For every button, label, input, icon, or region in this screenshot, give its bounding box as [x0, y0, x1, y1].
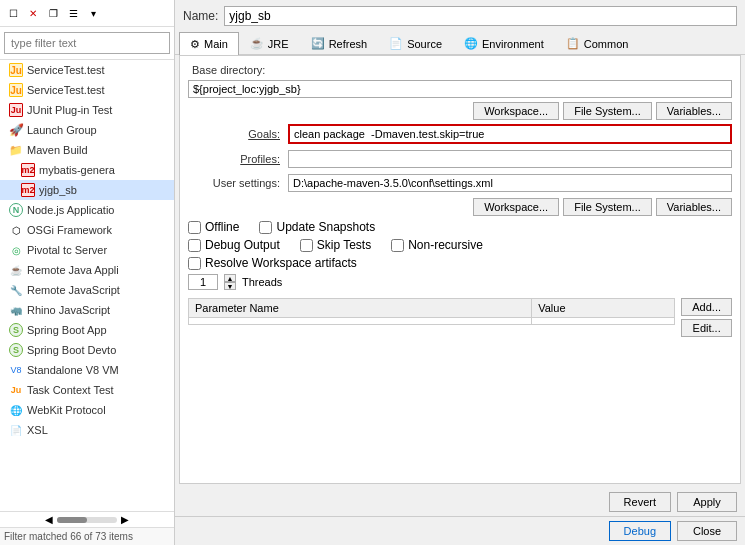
tree-item-yjgb[interactable]: m2 yjgb_sb — [0, 180, 174, 200]
resolve-workspace-checkbox[interactable] — [188, 257, 201, 270]
tree-label: Rhino JavaScript — [27, 304, 110, 316]
tree-item-webkit[interactable]: 🌐 WebKit Protocol — [0, 400, 174, 420]
goals-input[interactable] — [288, 124, 732, 144]
common-tab-label: Common — [584, 38, 629, 50]
tree-item-standalone[interactable]: V8 Standalone V8 VM — [0, 360, 174, 380]
workspace-btn-2[interactable]: Workspace... — [473, 198, 559, 216]
base-dir-section: Base directory: — [188, 64, 732, 98]
tree-item-springboot[interactable]: S Spring Boot App — [0, 320, 174, 340]
tab-source[interactable]: 📄 Source — [378, 32, 453, 54]
base-dir-input[interactable] — [188, 80, 732, 98]
ju-icon: Ju — [8, 62, 24, 78]
param-value-header: Value — [532, 299, 675, 318]
tab-refresh[interactable]: 🔄 Refresh — [300, 32, 379, 54]
tree-label: ServiceTest.test — [27, 84, 105, 96]
m2-icon: m2 — [20, 162, 36, 178]
variables-btn-1[interactable]: Variables... — [656, 102, 732, 120]
delete-btn[interactable]: ✕ — [24, 4, 42, 22]
jre-tab-icon: ☕ — [250, 37, 264, 50]
debug-output-label: Debug Output — [205, 238, 280, 252]
offline-check-group: Offline — [188, 220, 239, 234]
offline-checkbox[interactable] — [188, 221, 201, 234]
node-icon: N — [8, 202, 24, 218]
tree-item-service2[interactable]: Ju ServiceTest.test — [0, 80, 174, 100]
tree-item-osgi[interactable]: ⬡ OSGi Framework — [0, 220, 174, 240]
param-table-row — [189, 318, 675, 325]
tree-item-launchgroup[interactable]: 🚀 Launch Group — [0, 120, 174, 140]
tree-item-service1[interactable]: Ju ServiceTest.test — [0, 60, 174, 80]
tree-item-remotejava[interactable]: ☕ Remote Java Appli — [0, 260, 174, 280]
left-nav: ◀ ▶ — [0, 511, 174, 527]
new-btn[interactable]: ☐ — [4, 4, 22, 22]
threads-up-btn[interactable]: ▲ — [224, 274, 236, 282]
tab-main[interactable]: ⚙ Main — [179, 32, 239, 55]
status-text: Filter matched 66 of 73 items — [4, 531, 133, 542]
tree-item-mybatis[interactable]: m2 mybatis-genera — [0, 160, 174, 180]
close-btn[interactable]: Close — [677, 521, 737, 541]
duplicate-btn[interactable]: ❐ — [44, 4, 62, 22]
tree-label: XSL — [27, 424, 48, 436]
skip-tests-checkbox[interactable] — [300, 239, 313, 252]
tree-item-taskcontext[interactable]: Ju Task Context Test — [0, 380, 174, 400]
goals-label: Goals: — [188, 128, 288, 140]
filter-input[interactable] — [4, 32, 170, 54]
tree-item-junit[interactable]: Ju JUnit Plug-in Test — [0, 100, 174, 120]
tab-environment[interactable]: 🌐 Environment — [453, 32, 555, 54]
param-name-header: Parameter Name — [189, 299, 532, 318]
revert-apply-bar: Revert Apply — [175, 488, 745, 516]
debug-output-checkbox[interactable] — [188, 239, 201, 252]
source-tab-icon: 📄 — [389, 37, 403, 50]
param-name-cell — [189, 318, 532, 325]
right-panel: Name: ⚙ Main ☕ JRE 🔄 Refresh 📄 Source — [175, 0, 745, 545]
tree-label: Spring Boot App — [27, 324, 107, 336]
tree-container: Ju ServiceTest.test Ju ServiceTest.test … — [0, 60, 174, 511]
tree-label: Remote JavaScript — [27, 284, 120, 296]
user-settings-row: User settings: — [188, 174, 732, 192]
tree-item-pivotal[interactable]: ◎ Pivotal tc Server — [0, 240, 174, 260]
more-btn[interactable]: ▾ — [84, 4, 102, 22]
tree-label: yjgb_sb — [39, 184, 77, 196]
tab-common[interactable]: 📋 Common — [555, 32, 640, 54]
debug-btn[interactable]: Debug — [609, 521, 671, 541]
main-tab-icon: ⚙ — [190, 38, 200, 51]
variables-btn-2[interactable]: Variables... — [656, 198, 732, 216]
tree-label: Standalone V8 VM — [27, 364, 119, 376]
filter-btn[interactable]: ☰ — [64, 4, 82, 22]
debug-output-check-group: Debug Output — [188, 238, 280, 252]
tree-item-nodejs[interactable]: N Node.js Applicatio — [0, 200, 174, 220]
left-toolbar: ☐ ✕ ❐ ☰ ▾ — [0, 0, 174, 27]
add-btn[interactable]: Add... — [681, 298, 732, 316]
apply-btn[interactable]: Apply — [677, 492, 737, 512]
tree-item-springdevto[interactable]: S Spring Boot Devto — [0, 340, 174, 360]
threads-input[interactable] — [188, 274, 218, 290]
debug-close-bar: Debug Close — [175, 516, 745, 545]
profiles-row: Profiles: — [188, 150, 732, 168]
revert-btn[interactable]: Revert — [609, 492, 671, 512]
tree-item-rhino[interactable]: 🦏 Rhino JavaScript — [0, 300, 174, 320]
tree-item-xsl[interactable]: 📄 XSL — [0, 420, 174, 440]
filesystem-btn-2[interactable]: File System... — [563, 198, 652, 216]
tree-item-remotejs[interactable]: 🔧 Remote JavaScript — [0, 280, 174, 300]
filesystem-btn-1[interactable]: File System... — [563, 102, 652, 120]
tree-label: WebKit Protocol — [27, 404, 106, 416]
edit-btn[interactable]: Edit... — [681, 319, 732, 337]
workspace-btn-1[interactable]: Workspace... — [473, 102, 559, 120]
checkboxes-row2: Debug Output Skip Tests Non-recursive — [188, 238, 732, 252]
non-recursive-checkbox[interactable] — [391, 239, 404, 252]
profiles-input[interactable] — [288, 150, 732, 168]
prev-btn[interactable]: ◀ — [45, 514, 53, 525]
non-recursive-check-group: Non-recursive — [391, 238, 483, 252]
name-input[interactable] — [224, 6, 737, 26]
webkit-icon: 🌐 — [8, 402, 24, 418]
js-icon: 🔧 — [8, 282, 24, 298]
profiles-label: Profiles: — [188, 153, 288, 165]
table-actions: Add... Edit... — [681, 298, 732, 337]
user-settings-input[interactable] — [288, 174, 732, 192]
threads-down-btn[interactable]: ▼ — [224, 282, 236, 290]
update-snapshots-checkbox[interactable] — [259, 221, 272, 234]
tree-item-mavenbuild[interactable]: 📁 Maven Build — [0, 140, 174, 160]
tree-label: Task Context Test — [27, 384, 114, 396]
tab-jre[interactable]: ☕ JRE — [239, 32, 300, 54]
next-btn[interactable]: ▶ — [121, 514, 129, 525]
update-snapshots-label: Update Snapshots — [276, 220, 375, 234]
